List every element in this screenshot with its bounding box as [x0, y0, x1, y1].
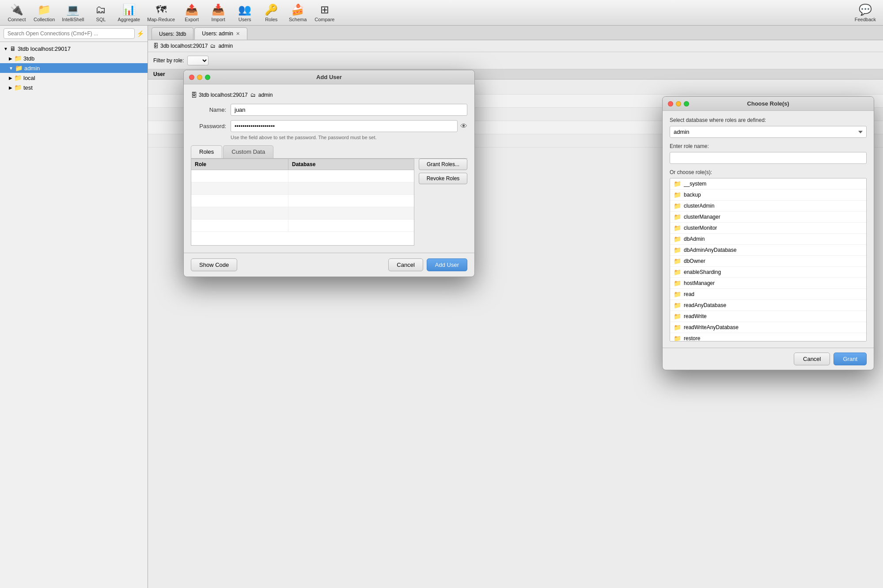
role-cell-2	[191, 182, 288, 194]
toolbar-sql[interactable]: 🗂 SQL	[87, 2, 114, 24]
search-icon[interactable]: ⚡	[136, 30, 144, 37]
roles-actions: Grant Roles... Revoke Roles	[419, 159, 467, 246]
modal-tab-custom-data[interactable]: Custom Data	[223, 145, 273, 158]
server-label: 3tdb localhost:29017	[18, 46, 71, 52]
role-list-item-restore[interactable]: 📁restore	[670, 333, 866, 341]
eye-icon[interactable]: 👁	[460, 122, 467, 130]
role-list-item-backup[interactable]: 📁backup	[670, 190, 866, 201]
role-list-item-__system[interactable]: 📁__system	[670, 178, 866, 190]
db-section-label: Select database where roles are defined:	[670, 117, 867, 123]
modal-maximize-btn[interactable]	[205, 75, 210, 80]
role-cell-3	[191, 195, 288, 207]
role-name-input[interactable]	[670, 152, 867, 164]
toolbar-feedback[interactable]: 💬 Feedback	[851, 2, 879, 24]
toolbar-compare[interactable]: ⊞ Compare	[311, 2, 338, 24]
role-list-item-clusterManager[interactable]: 📁clusterManager	[670, 212, 866, 223]
users-label: Users	[239, 17, 251, 22]
roles-table-row-1	[191, 170, 414, 182]
tab-users-admin-close[interactable]: ✕	[236, 31, 240, 37]
tab-users-admin[interactable]: Users: admin ✕	[194, 27, 247, 40]
choose-role-grant-button[interactable]: Grant	[834, 353, 867, 365]
choose-role-maximize-btn[interactable]	[684, 101, 689, 106]
tree-arrow-test: ▶	[9, 85, 12, 90]
db-cell-2	[288, 182, 414, 194]
role-list-item-hostManager[interactable]: 📁hostManager	[670, 278, 866, 289]
db-select[interactable]: admin	[670, 126, 867, 138]
db-col-header: Database	[288, 159, 414, 170]
role-item-label: clusterMonitor	[684, 225, 717, 231]
modal-minimize-btn[interactable]	[197, 75, 202, 80]
role-cell-1	[191, 170, 288, 182]
modal-close-btn[interactable]	[189, 75, 194, 80]
tree-item-3tdb[interactable]: ▶ 📁 3tdb	[0, 53, 148, 63]
roles-list: 📁__system📁backup📁clusterAdmin📁clusterMan…	[670, 178, 867, 341]
password-input[interactable]	[231, 120, 458, 132]
role-item-label: hostManager	[684, 280, 715, 286]
toolbar-intellishell[interactable]: 💻 IntelliShell	[58, 2, 87, 24]
role-item-label: readWrite	[684, 313, 707, 319]
intellishell-label: IntelliShell	[62, 17, 84, 22]
tree-view: ▼ 🖥 3tdb localhost:29017 ▶ 📁 3tdb ▼ 📁 ad…	[0, 42, 148, 588]
tab-users-3tdb[interactable]: Users: 3tdb	[152, 27, 193, 40]
search-input[interactable]	[4, 28, 135, 39]
role-item-icon: 📁	[674, 247, 681, 254]
tab-bar: Users: 3tdb Users: admin ✕	[148, 26, 883, 40]
db-admin-icon: 📁	[15, 64, 23, 72]
role-list-item-clusterAdmin[interactable]: 📁clusterAdmin	[670, 201, 866, 212]
cancel-button[interactable]: Cancel	[388, 258, 423, 271]
roles-table-row-2	[191, 182, 414, 195]
toolbar-schema[interactable]: 🍰 Schema	[284, 2, 311, 24]
roles-table-row-3	[191, 195, 414, 207]
role-list-item-read[interactable]: 📁read	[670, 289, 866, 300]
modal-tab-roles[interactable]: Roles	[191, 145, 222, 158]
tree-item-admin[interactable]: ▼ 📁 admin	[0, 63, 148, 73]
choose-role-close-btn[interactable]	[668, 101, 673, 106]
toolbar-aggregate[interactable]: 📊 Aggregate	[114, 2, 144, 24]
tree-arrow-local: ▶	[9, 76, 12, 80]
choose-role-cancel-button[interactable]: Cancel	[794, 353, 830, 365]
role-list-item-readWriteAnyDatabase[interactable]: 📁readWriteAnyDatabase	[670, 322, 866, 333]
main-layout: ⚡ ▼ 🖥 3tdb localhost:29017 ▶ 📁 3tdb ▼ 📁 …	[0, 26, 883, 588]
choose-role-modal: Choose Role(s) Select database where rol…	[662, 96, 874, 370]
import-icon: 📥	[212, 4, 225, 16]
role-list-item-readAnyDatabase[interactable]: 📁readAnyDatabase	[670, 300, 866, 311]
name-input[interactable]	[231, 104, 467, 116]
toolbar-users[interactable]: 👥 Users	[231, 2, 258, 24]
db-cell-3	[288, 195, 414, 207]
role-cell-4	[191, 207, 288, 219]
grant-roles-button[interactable]: Grant Roles...	[419, 159, 467, 170]
tree-item-server[interactable]: ▼ 🖥 3tdb localhost:29017	[0, 44, 148, 53]
role-list-item-enableSharding[interactable]: 📁enableSharding	[670, 267, 866, 278]
choose-role-title: Choose Role(s)	[747, 100, 789, 107]
role-list-item-clusterMonitor[interactable]: 📁clusterMonitor	[670, 223, 866, 234]
add-user-modal: Add User 🗄 3tdb localhost:29017 🗂 admin …	[183, 70, 475, 277]
toolbar-import[interactable]: 📥 Import	[205, 2, 231, 24]
map-reduce-label: Map-Reduce	[147, 17, 175, 22]
filter-label: Filter by role:	[153, 57, 184, 64]
tree-item-local[interactable]: ▶ 📁 local	[0, 73, 148, 83]
footer-right: Cancel Add User	[388, 258, 467, 271]
db-cell-5	[288, 220, 414, 231]
toolbar-map-reduce[interactable]: 🗺 Map-Reduce	[144, 2, 178, 24]
search-bar: ⚡	[0, 26, 148, 42]
role-item-icon: 📁	[674, 202, 681, 209]
add-user-button[interactable]: Add User	[427, 258, 467, 271]
revoke-roles-button[interactable]: Revoke Roles	[419, 173, 467, 184]
role-list-item-readWrite[interactable]: 📁readWrite	[670, 311, 866, 322]
toolbar-roles[interactable]: 🔑 Roles	[258, 2, 284, 24]
role-list-item-dbOwner[interactable]: 📁dbOwner	[670, 256, 866, 267]
filter-select[interactable]	[187, 56, 208, 65]
feedback-icon: 💬	[859, 4, 872, 16]
role-item-label: dbOwner	[684, 258, 705, 264]
show-code-button[interactable]: Show Code	[191, 258, 237, 271]
choose-role-minimize-btn[interactable]	[676, 101, 681, 106]
role-list-item-dbAdmin[interactable]: 📁dbAdmin	[670, 234, 866, 245]
role-list-item-dbAdminAnyDatabase[interactable]: 📁dbAdminAnyDatabase	[670, 245, 866, 256]
toolbar-connect[interactable]: 🔌 Connect	[4, 2, 30, 24]
role-item-label: read	[684, 291, 694, 297]
export-label: Export	[185, 17, 199, 22]
toolbar-export[interactable]: 📤 Export	[178, 2, 205, 24]
connect-icon: 🔌	[10, 4, 23, 16]
toolbar-collection[interactable]: 📁 Collection	[30, 2, 58, 24]
tree-item-test[interactable]: ▶ 📁 test	[0, 83, 148, 92]
